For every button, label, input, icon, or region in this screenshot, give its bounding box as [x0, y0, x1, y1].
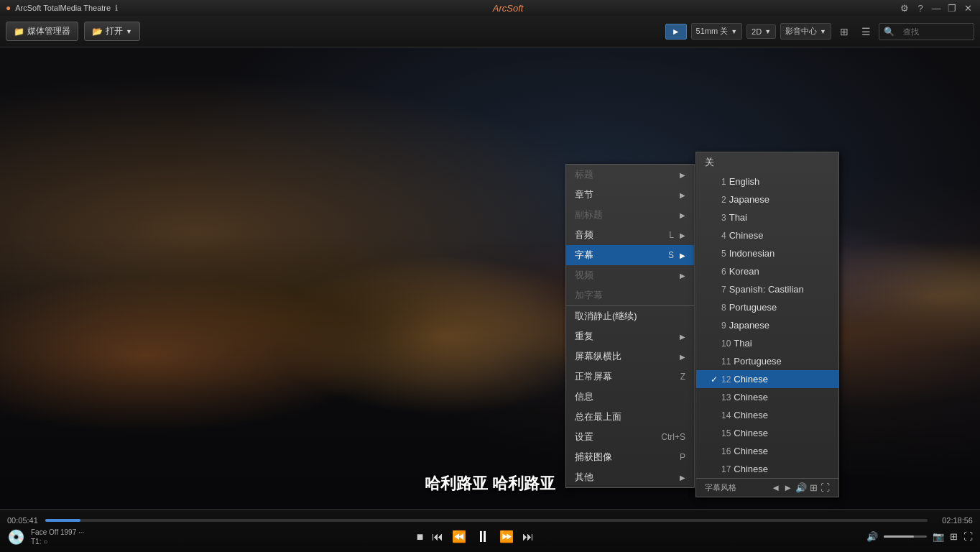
- submenu-item-12[interactable]: ✓ 12 Chinese: [696, 370, 838, 388]
- menu-label-aspect: 屏幕纵横比: [575, 350, 621, 363]
- num-label: 1: [721, 177, 726, 187]
- menu-item-audio[interactable]: 音频 L ▶: [566, 225, 694, 245]
- menu-item-aspect-ratio[interactable]: 屏幕纵横比 ▶: [566, 346, 694, 367]
- submenu-item-9[interactable]: 9 Japanese: [696, 316, 838, 334]
- submenu-item-3[interactable]: 3 Thai: [696, 208, 838, 226]
- menu-item-info[interactable]: 信息: [566, 387, 694, 407]
- prev-button[interactable]: ⏮: [432, 530, 443, 543]
- arrow-icon: ▶: [680, 353, 685, 361]
- vol-icon[interactable]: 🔊: [795, 482, 807, 493]
- center-controls: ■ ⏮ ⏪ ⏸ ⏩ ⏭: [417, 528, 535, 546]
- subtitle-submenu: 关 1 English 2 Japanese: [695, 152, 839, 497]
- menu-item-settings[interactable]: 设置 Ctrl+S: [566, 427, 694, 447]
- num-label: 17: [721, 464, 731, 474]
- menu-label-capture: 捕获图像: [575, 451, 612, 464]
- menu-item-custom-subtitle[interactable]: 加字幕: [566, 285, 694, 305]
- help-icon[interactable]: ?: [914, 3, 927, 14]
- lang-label: English: [729, 176, 760, 187]
- submenu-item-7[interactable]: 7 Spanish: Castilian: [696, 280, 838, 298]
- menu-item-cancel-pause[interactable]: 取消静止(继续): [566, 305, 694, 326]
- submenu-item-8[interactable]: 8 Portuguese: [696, 298, 838, 316]
- settings-shortcut: Ctrl+S: [661, 432, 685, 442]
- menu-item-capture[interactable]: 捕获图像 P: [566, 447, 694, 467]
- chevron-down-icon: ▼: [764, 28, 771, 35]
- submenu-item-6[interactable]: 6 Korean: [696, 262, 838, 280]
- submenu-item-4[interactable]: 4 Chinese: [696, 226, 838, 244]
- aspect-ratio-button[interactable]: ⊞: [950, 531, 958, 542]
- volume-slider[interactable]: [884, 535, 927, 538]
- menu-item-video-track[interactable]: 视频 ▶: [566, 265, 694, 285]
- num-label: 15: [721, 428, 731, 438]
- num-label: 5: [721, 249, 726, 259]
- fast-forward-button[interactable]: ⏩: [499, 530, 514, 543]
- open-button[interactable]: 📂 打开 ▼: [84, 22, 140, 41]
- lang-label: Thai: [734, 338, 752, 349]
- num-label: 10: [721, 339, 731, 349]
- menu-item-subtitle-track[interactable]: 副标题 ▶: [566, 205, 694, 225]
- submenu-item-10[interactable]: 10 Thai: [696, 334, 838, 352]
- submenu-item-13[interactable]: 13 Chinese: [696, 388, 838, 406]
- grid-view-button[interactable]: ⊞: [836, 26, 853, 37]
- close-button[interactable]: ✕: [961, 3, 974, 14]
- controls-bar: 00:05:41 02:18:56 💿 Face Off 1997 ··· T1…: [0, 509, 980, 552]
- title-bar: ● ArcSoft TotalMedia Theatre ℹ ArcSoft ⚙…: [0, 0, 980, 16]
- rewind-button[interactable]: ⏪: [452, 530, 466, 543]
- list-view-button[interactable]: ☰: [857, 26, 874, 37]
- submenu-item-15[interactable]: 15 Chinese: [696, 424, 838, 442]
- fullscreen-button[interactable]: ⛶: [963, 531, 973, 542]
- submenu-item-1[interactable]: 1 English: [696, 172, 838, 190]
- lang-label: Chinese: [734, 392, 768, 402]
- nav-button[interactable]: ►: [665, 24, 687, 40]
- progress-bar[interactable]: [45, 519, 928, 522]
- restore-button[interactable]: ❐: [946, 3, 958, 14]
- submenu-item-17[interactable]: 17 Chinese: [696, 460, 838, 478]
- volume-fill: [884, 535, 914, 538]
- search-input[interactable]: [897, 25, 969, 38]
- arrow-icon: ▶: [680, 333, 685, 341]
- cinema-select[interactable]: 影音中心 ▼: [780, 23, 831, 40]
- menu-item-always-on-top[interactable]: 总在最上面: [566, 407, 694, 427]
- submenu-item-14[interactable]: 14 Chinese: [696, 406, 838, 424]
- menu-item-title[interactable]: 标题 ▶: [566, 165, 694, 185]
- video-area: 哈利路亚 哈利路亚 标题 ▶ 章节 ▶ 副标题 ▶ 音频 L ▶ 字幕 S ▶: [0, 47, 980, 509]
- lang-label: Chinese: [734, 446, 768, 456]
- submenu-item-16[interactable]: 16 Chinese: [696, 442, 838, 460]
- next-style-icon[interactable]: ►: [783, 482, 792, 493]
- menu-label-other: 其他: [575, 471, 593, 484]
- screenshot-button[interactable]: 📷: [933, 531, 944, 542]
- settings-style-icon[interactable]: ⊞: [810, 482, 818, 493]
- time-current: 00:05:41: [7, 516, 40, 525]
- prev-style-icon[interactable]: ◄: [771, 482, 780, 493]
- num-label: 12: [721, 374, 731, 385]
- menu-item-subtitles[interactable]: 字幕 S ▶ 关 1 English: [566, 245, 694, 265]
- submenu-item-5[interactable]: 5 Indonesian: [696, 244, 838, 262]
- menu-label-info: 信息: [575, 390, 593, 403]
- surround-select[interactable]: 51mm 关 ▼: [691, 23, 743, 40]
- submenu-item-11[interactable]: 11 Portuguese: [696, 352, 838, 370]
- submenu-item-2[interactable]: 2 Japanese: [696, 190, 838, 208]
- chevron-down-icon: ▼: [731, 28, 737, 35]
- open-folder-icon: 📂: [92, 27, 103, 37]
- menu-item-repeat[interactable]: 重复 ▶: [566, 326, 694, 346]
- mode-select[interactable]: 2D ▼: [746, 24, 776, 39]
- menu-label-cancel-pause: 取消静止(继续): [575, 310, 637, 323]
- menu-label-on-top: 总在最上面: [575, 410, 621, 423]
- stop-button[interactable]: ■: [417, 530, 424, 543]
- subtitle-shortcut: S: [668, 250, 674, 260]
- settings-icon[interactable]: ⚙: [898, 3, 911, 14]
- arrow-icon: ▶: [680, 272, 685, 280]
- menu-item-chapters[interactable]: 章节 ▶: [566, 185, 694, 205]
- title-bar-left: ● ArcSoft TotalMedia Theatre ℹ: [6, 3, 118, 13]
- expand-icon[interactable]: ⛶: [820, 482, 830, 493]
- submenu-item-off[interactable]: 关: [696, 152, 838, 172]
- subtitle-display: 哈利路亚 哈利路亚: [425, 473, 555, 494]
- subtitle-style-label: 字幕风格: [705, 482, 736, 493]
- num-label: 7: [721, 285, 726, 295]
- minimize-button[interactable]: —: [930, 3, 943, 14]
- next-button[interactable]: ⏭: [522, 530, 534, 543]
- audio-button[interactable]: 🔊: [866, 531, 878, 542]
- menu-item-other[interactable]: 其他 ▶: [566, 467, 694, 487]
- play-pause-button[interactable]: ⏸: [475, 528, 491, 546]
- media-manager-button[interactable]: 📁 媒体管理器: [6, 22, 78, 41]
- menu-item-normal-screen[interactable]: 正常屏幕 Z: [566, 367, 694, 387]
